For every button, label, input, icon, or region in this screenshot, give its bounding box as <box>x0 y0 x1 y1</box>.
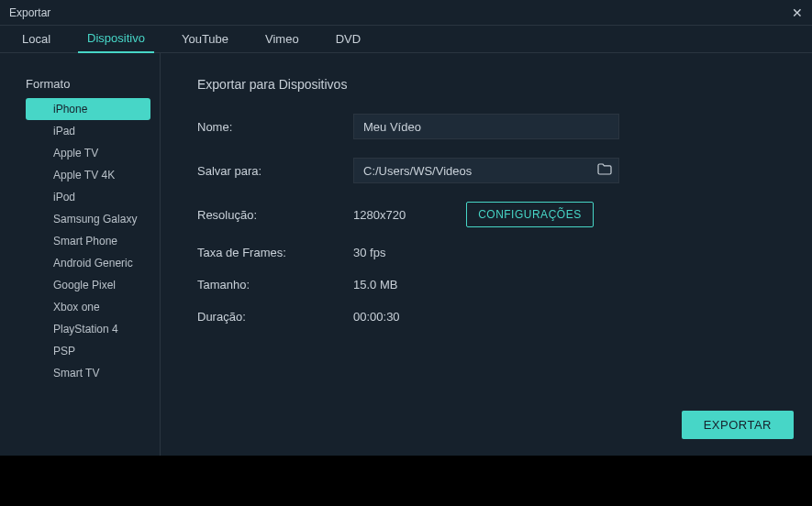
name-input[interactable] <box>353 114 619 139</box>
format-header: Formato <box>9 77 160 98</box>
row-name: Nome: <box>197 114 794 139</box>
format-item-appletv[interactable]: Apple TV <box>26 142 150 164</box>
row-save: Salvar para: <box>197 158 794 183</box>
export-dialog: Exportar ✕ Local Dispositivo YouTube Vim… <box>0 0 812 456</box>
titlebar: Exportar ✕ <box>0 0 812 26</box>
dialog-body: Formato iPhone iPad Apple TV Apple TV 4K… <box>0 53 812 456</box>
resolution-label: Resolução: <box>197 208 353 222</box>
framerate-label: Taxa de Frames: <box>197 246 353 259</box>
row-framerate: Taxa de Frames: 30 fps <box>197 246 794 259</box>
format-item-samsung[interactable]: Samsung Galaxy <box>26 208 150 230</box>
content-panel: Exportar para Dispositivos Nome: Salvar … <box>161 53 812 456</box>
format-item-pixel[interactable]: Google Pixel <box>26 274 150 296</box>
row-resolution: Resolução: 1280x720 CONFIGURAÇÕES <box>197 202 794 227</box>
tab-local[interactable]: Local <box>13 26 60 53</box>
format-item-psp[interactable]: PSP <box>26 340 150 362</box>
settings-button[interactable]: CONFIGURAÇÕES <box>466 202 594 227</box>
format-item-iphone[interactable]: iPhone <box>26 98 150 120</box>
save-input-wrap <box>353 158 619 183</box>
framerate-value: 30 fps <box>353 246 385 259</box>
content-title: Exportar para Dispositivos <box>197 77 794 92</box>
tab-dispositivo[interactable]: Dispositivo <box>78 26 154 53</box>
format-sidebar: Formato iPhone iPad Apple TV Apple TV 4K… <box>9 53 161 456</box>
row-size: Tamanho: 15.0 MB <box>197 278 794 292</box>
format-item-android[interactable]: Android Generic <box>26 252 150 274</box>
size-label: Tamanho: <box>197 278 353 292</box>
resolution-value: 1280x720 <box>353 208 406 222</box>
window-title: Exportar <box>9 6 50 19</box>
format-item-ipod[interactable]: iPod <box>26 186 150 208</box>
duration-value: 00:00:30 <box>353 310 400 324</box>
tab-dvd[interactable]: DVD <box>327 26 370 53</box>
export-button[interactable]: EXPORTAR <box>682 411 794 439</box>
size-value: 15.0 MB <box>353 278 397 292</box>
bottom-padding <box>0 456 812 506</box>
row-duration: Duração: 00:00:30 <box>197 310 794 324</box>
format-item-appletv4k[interactable]: Apple TV 4K <box>26 164 150 186</box>
format-item-smarttv[interactable]: Smart TV <box>26 362 150 384</box>
duration-label: Duração: <box>197 310 353 324</box>
save-label: Salvar para: <box>197 164 353 178</box>
format-item-smartphone[interactable]: Smart Phone <box>26 230 150 252</box>
format-item-ps4[interactable]: PlayStation 4 <box>26 318 150 340</box>
format-item-xbox[interactable]: Xbox one <box>26 296 150 318</box>
folder-icon[interactable] <box>597 162 612 179</box>
tabs-bar: Local Dispositivo YouTube Vimeo DVD <box>0 26 812 53</box>
name-label: Nome: <box>197 120 353 134</box>
tab-vimeo[interactable]: Vimeo <box>256 26 308 53</box>
tab-youtube[interactable]: YouTube <box>172 26 238 53</box>
format-item-ipad[interactable]: iPad <box>26 120 150 142</box>
close-icon[interactable]: ✕ <box>792 6 803 20</box>
save-input[interactable] <box>353 158 619 183</box>
